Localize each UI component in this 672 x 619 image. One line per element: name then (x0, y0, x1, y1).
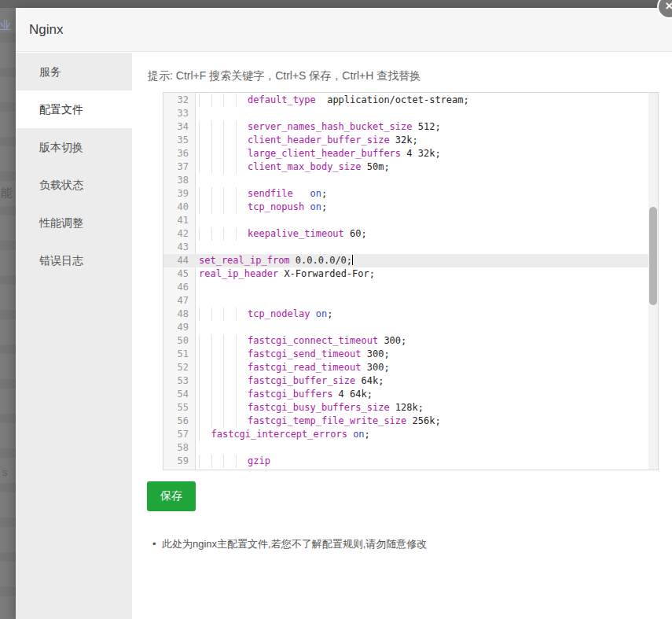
indent-guide (236, 187, 248, 201)
code-line[interactable]: 48tcp_nodelay on; (163, 308, 658, 321)
indent-guide (236, 94, 248, 107)
code-line[interactable]: 57fastcgi_intercept_errors on; (163, 428, 658, 441)
code-line[interactable]: 35client_header_buffer_size 32k; (163, 134, 658, 147)
code-line[interactable]: 33 (163, 107, 658, 120)
indent-guide (236, 455, 248, 468)
indent-guide (211, 348, 224, 361)
code-line[interactable]: 41 (163, 214, 658, 227)
directive-token: client_header_buffer_size (248, 134, 390, 146)
value-token: on (310, 188, 321, 199)
indent-guide (223, 160, 236, 174)
save-button[interactable]: 保存 (147, 481, 196, 511)
code-line[interactable]: 37client_max_body_size 50m; (163, 160, 658, 174)
nginx-settings-dialog: Nginx 服务配置文件版本切换负载状态性能调整错误日志 提示: Ctrl+F … (16, 8, 672, 619)
text-cursor (352, 255, 353, 265)
line-number: 57 (163, 428, 196, 441)
code-line[interactable]: 38 (163, 174, 658, 187)
editor-scrollbar-track[interactable] (648, 93, 658, 470)
indent-guide (211, 160, 224, 174)
code-line[interactable]: 49 (163, 321, 658, 334)
code-line[interactable]: 36large_client_header_buffers 4 32k; (163, 147, 658, 160)
indent-guide (199, 374, 211, 388)
code-line[interactable]: 34server_names_hash_bucket_size 512; (163, 120, 658, 134)
directive-token: tcp_nodelay (248, 308, 310, 319)
code-line[interactable]: 54fastcgi_buffers 4 64k; (163, 388, 658, 401)
code-line-active[interactable]: 44set_real_ip_from 0.0.0.0/0; (163, 254, 658, 267)
indent-guide (199, 428, 211, 441)
line-number: 45 (163, 267, 196, 281)
sidebar-item-2[interactable]: 配置文件 (16, 90, 132, 128)
directive-token: default_type (248, 94, 316, 105)
directive-token: server_names_hash_bucket_size (248, 121, 413, 132)
indent-guide (223, 134, 236, 147)
code-line[interactable]: 59gzip (163, 455, 658, 468)
plain-token: ; (365, 429, 370, 440)
indent-guide (236, 160, 248, 174)
indent-guide (199, 334, 211, 348)
sidebar-item-4[interactable]: 负载状态 (16, 166, 132, 204)
line-content: large_client_header_buffers 4 32k; (196, 147, 658, 160)
code-line[interactable]: 51fastcgi_send_timeout 300; (163, 348, 658, 361)
code-line[interactable]: 46 (163, 281, 658, 294)
line-content (196, 174, 658, 187)
indent-guide (199, 134, 211, 147)
sidebar-item-6[interactable]: 错误日志 (16, 241, 132, 279)
plain-token: X-Forwarded-For; (278, 268, 375, 279)
code-line[interactable]: 58 (163, 441, 658, 455)
line-content: real_ip_header X-Forwarded-For; (196, 267, 658, 281)
code-line[interactable]: 52fastcgi_read_timeout 300; (163, 361, 658, 374)
plain-token: 300; (378, 335, 406, 346)
indent-guide (199, 455, 211, 468)
indent-guide (199, 227, 211, 241)
note-text: 此处为nginx主配置文件,若您不了解配置规则,请勿随意修改 (162, 538, 427, 550)
code-line[interactable]: 45real_ip_header X-Forwarded-For; (163, 267, 658, 281)
plain-token: 4 64k; (332, 389, 373, 400)
indent-guide (199, 401, 211, 415)
sidebar-item-5[interactable]: 性能调整 (16, 204, 132, 241)
sidebar-item-3[interactable]: 版本切换 (16, 128, 132, 166)
code-line[interactable]: 55fastcgi_busy_buffers_size 128k; (163, 401, 658, 415)
line-number: 49 (163, 321, 196, 334)
line-number: 50 (163, 334, 196, 348)
indent-guide (211, 120, 224, 134)
indent-guide (236, 120, 248, 134)
code-line[interactable]: 40tcp_nopush on; (163, 201, 658, 214)
code-line[interactable]: 53fastcgi_buffer_size 64k; (163, 374, 658, 388)
plain-token (310, 308, 315, 319)
code-line[interactable]: 47 (163, 294, 658, 308)
code-editor[interactable]: 32default_type application/octet-stream;… (163, 92, 659, 470)
code-line[interactable]: 43 (163, 241, 658, 254)
directive-token: keepalive_timeout (248, 228, 344, 239)
indent-guide (223, 187, 236, 201)
background-text-fragment: s (2, 466, 8, 478)
code-line[interactable]: 50fastcgi_connect_timeout 300; (163, 334, 658, 348)
value-token: on (353, 429, 364, 440)
editor-scrollbar-thumb[interactable] (649, 207, 657, 305)
plain-token: ; (327, 308, 332, 319)
indent-guide (211, 227, 224, 241)
plain-token: 4 32k; (401, 148, 441, 159)
code-line[interactable]: 56fastcgi_temp_file_write_size 256k; (163, 415, 658, 428)
directive-token: client_max_body_size (248, 161, 362, 172)
code-line[interactable]: 42keepalive_timeout 60; (163, 227, 658, 241)
indent-guide (199, 361, 211, 374)
indent-guide (223, 147, 236, 160)
indent-guide (211, 334, 224, 348)
code-line[interactable]: 32default_type application/octet-stream; (163, 94, 658, 107)
directive-token: fastcgi_connect_timeout (248, 335, 378, 346)
indent-guide (223, 201, 236, 214)
directive-token: gzip (248, 455, 270, 466)
plain-token: 32k; (390, 134, 418, 146)
sidebar-item-1[interactable]: 服务 (16, 53, 132, 90)
line-number: 36 (163, 147, 196, 160)
indent-guide (236, 147, 248, 160)
indent-guide (199, 388, 211, 401)
editor-lines: 32default_type application/octet-stream;… (163, 94, 658, 468)
plain-token: 300; (362, 362, 390, 373)
code-line[interactable]: 39sendfile on; (163, 187, 658, 201)
dialog-header: Nginx (16, 8, 672, 52)
value-token: on (316, 308, 327, 319)
indent-guide (223, 308, 236, 321)
plain-token: 60; (344, 228, 367, 239)
line-content (196, 294, 658, 308)
